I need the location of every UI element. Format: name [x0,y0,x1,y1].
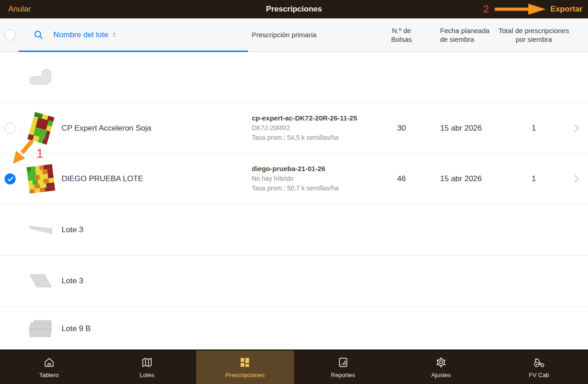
lot-name: CP Expert Acceleron Soja [62,124,245,133]
tab-label: Lotes [140,372,154,378]
average-rate: Tasa prom.: 50,7 k semillas/ha [252,183,383,193]
reports-icon [337,356,349,368]
field-shape-icon [29,225,52,235]
bags-count: 30 [383,124,420,133]
table-row[interactable]: DIEGO PRUEBA LOTE diego-prueba-21-01-26 … [0,154,588,205]
lot-name: Lote 9 B [62,324,245,333]
planting-date: 15 abr 2026 [420,124,493,133]
tab-label: Tablero [39,372,59,378]
planting-date: 15 abr 2026 [420,174,493,183]
map-icon [141,356,153,368]
chevron-right-icon[interactable] [574,175,579,183]
hybrid-name: DK72-20RR2 [252,123,383,133]
checkmark-icon [7,177,13,182]
tab-label: Prescripciones [226,372,265,378]
column-header-lot-name[interactable]: Nombre del lote ↑ [20,30,245,40]
lot-name: DIEGO PRUEBA LOTE [62,174,245,183]
annotation-step-2: 2 [483,3,489,15]
total-prescriptions: 1 [493,124,574,133]
table-row[interactable]: Lote 3 [0,205,588,256]
table-row[interactable]: CP Expert Acceleron Soja cp-expert-ac-DK… [0,103,588,154]
column-header-lot-name-label: Nombre del lote [53,30,108,40]
app-window: Anular Prescripciones 2 Exportar Nombre … [0,0,588,384]
hybrid-name: No hay híbrido [252,174,383,183]
lot-name: Lote 3 [62,225,245,235]
total-prescriptions: 1 [493,174,574,183]
field-shape-icon [28,320,53,338]
row-checkbox-checked[interactable] [5,173,16,184]
bottom-tab-bar: Tablero Lotes Prescripciones [0,350,588,384]
prescription-name: cp-expert-ac-DK72-20R-26-11-25 [252,114,383,122]
lot-name: Lote 3 [62,276,245,286]
table-row[interactable]: Lote 9 B [0,307,588,350]
search-icon[interactable] [34,30,43,40]
tab-ajustes[interactable]: Ajustes [392,350,490,384]
export-button[interactable]: Exportar [550,5,582,14]
column-header-planting-date: Fecha planeada de siembra [420,26,493,44]
tab-fv-cab[interactable]: FV Cab [490,350,588,384]
prescriptions-grid-icon [239,356,251,368]
select-all-checkbox[interactable] [5,29,16,40]
tab-tablero[interactable]: Tablero [0,350,98,384]
tab-label: Ajustes [431,372,451,378]
table-header: Nombre del lote ↑ Prescripción primaria … [0,18,588,52]
home-icon [43,356,55,368]
field-shape-icon [29,274,52,288]
column-header-total: Total de prescripciones por siembra [493,26,574,44]
cancel-button[interactable]: Anular [8,5,31,14]
export-annotation-group: 2 Exportar [483,0,582,18]
tab-lotes[interactable]: Lotes [98,350,196,384]
tab-label: FV Cab [529,372,549,378]
sort-ascending-icon: ↑ [112,30,116,40]
prescriptions-list: CP Expert Acceleron Soja cp-expert-ac-DK… [0,52,588,350]
tab-label: Reportes [331,372,355,378]
gear-icon [435,356,447,368]
column-header-primary-prescription: Prescripción primaria [245,30,383,39]
tractor-icon [532,356,545,368]
top-navigation-bar: Anular Prescripciones 2 Exportar [0,0,588,18]
prescription-map-thumbnail [27,112,54,145]
table-row[interactable]: Lote 3 [0,256,588,307]
table-row[interactable] [0,52,588,103]
tab-prescripciones[interactable]: Prescripciones [196,350,294,384]
prescription-map-thumbnail [27,164,56,194]
tab-reportes[interactable]: Reportes [294,350,392,384]
annotation-arrow-2-icon [493,2,548,16]
chevron-right-icon[interactable] [574,124,579,132]
row-checkbox[interactable] [5,123,16,134]
column-header-bags: N.º de Bolsas [383,26,420,44]
average-rate: Tasa prom.: 54,5 k semillas/ha [252,133,383,143]
bags-count: 46 [383,174,420,183]
field-shape-icon [29,69,52,86]
prescription-name: diego-prueba-21-01-26 [252,165,383,172]
